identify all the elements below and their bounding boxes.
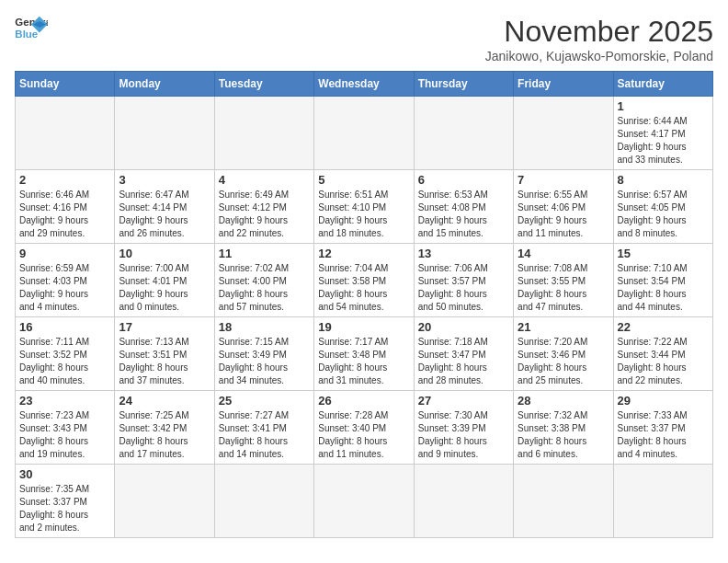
- calendar-cell: 12Sunrise: 7:04 AM Sunset: 3:58 PM Dayli…: [314, 244, 414, 317]
- calendar-cell: [214, 97, 313, 170]
- week-row-5: 23Sunrise: 7:23 AM Sunset: 3:43 PM Dayli…: [16, 391, 713, 465]
- weekday-header-tuesday: Tuesday: [214, 72, 313, 97]
- calendar-cell: 6Sunrise: 6:53 AM Sunset: 4:08 PM Daylig…: [414, 170, 513, 244]
- day-info: Sunrise: 6:57 AM Sunset: 4:05 PM Dayligh…: [618, 189, 709, 240]
- calendar-cell: [214, 465, 313, 538]
- day-info: Sunrise: 7:04 AM Sunset: 3:58 PM Dayligh…: [318, 262, 409, 314]
- weekday-header-wednesday: Wednesday: [314, 72, 414, 97]
- calendar-cell: [314, 97, 414, 170]
- day-number: 1: [618, 99, 709, 113]
- day-number: 2: [19, 173, 110, 187]
- week-row-6: 30Sunrise: 7:35 AM Sunset: 3:37 PM Dayli…: [16, 465, 713, 538]
- calendar: SundayMondayTuesdayWednesdayThursdayFrid…: [15, 71, 713, 538]
- day-number: 23: [19, 394, 110, 408]
- weekday-header-friday: Friday: [514, 72, 613, 97]
- calendar-cell: 7Sunrise: 6:55 AM Sunset: 4:06 PM Daylig…: [514, 170, 613, 244]
- day-info: Sunrise: 7:22 AM Sunset: 3:44 PM Dayligh…: [618, 336, 709, 387]
- day-number: 15: [618, 247, 709, 260]
- day-number: 21: [518, 320, 609, 334]
- day-info: Sunrise: 7:28 AM Sunset: 3:40 PM Dayligh…: [318, 409, 409, 461]
- day-info: Sunrise: 7:02 AM Sunset: 4:00 PM Dayligh…: [219, 262, 310, 314]
- day-number: 13: [418, 247, 509, 260]
- day-number: 9: [19, 247, 110, 260]
- day-info: Sunrise: 7:17 AM Sunset: 3:48 PM Dayligh…: [318, 336, 409, 387]
- calendar-cell: 22Sunrise: 7:22 AM Sunset: 3:44 PM Dayli…: [613, 317, 712, 391]
- day-number: 8: [618, 173, 709, 187]
- day-number: 5: [318, 173, 409, 187]
- calendar-cell: 11Sunrise: 7:02 AM Sunset: 4:00 PM Dayli…: [214, 244, 313, 317]
- day-info: Sunrise: 7:15 AM Sunset: 3:49 PM Dayligh…: [219, 336, 310, 387]
- day-info: Sunrise: 7:33 AM Sunset: 3:37 PM Dayligh…: [618, 409, 709, 461]
- day-info: Sunrise: 7:10 AM Sunset: 3:54 PM Dayligh…: [618, 262, 709, 314]
- day-number: 11: [219, 247, 310, 260]
- weekday-header-monday: Monday: [115, 72, 214, 97]
- calendar-cell: 26Sunrise: 7:28 AM Sunset: 3:40 PM Dayli…: [314, 391, 414, 465]
- calendar-cell: 24Sunrise: 7:25 AM Sunset: 3:42 PM Dayli…: [115, 391, 214, 465]
- calendar-cell: 27Sunrise: 7:30 AM Sunset: 3:39 PM Dayli…: [414, 391, 513, 465]
- calendar-cell: 10Sunrise: 7:00 AM Sunset: 4:01 PM Dayli…: [115, 244, 214, 317]
- title-area: November 2025 Janikowo, Kujawsko-Pomorsk…: [485, 15, 713, 63]
- day-number: 10: [119, 247, 210, 260]
- calendar-cell: 14Sunrise: 7:08 AM Sunset: 3:55 PM Dayli…: [514, 244, 613, 317]
- week-row-3: 9Sunrise: 6:59 AM Sunset: 4:03 PM Daylig…: [16, 244, 713, 317]
- day-number: 6: [418, 173, 509, 187]
- day-number: 20: [418, 320, 509, 334]
- month-title: November 2025: [485, 15, 713, 49]
- calendar-cell: 9Sunrise: 6:59 AM Sunset: 4:03 PM Daylig…: [16, 244, 115, 317]
- day-info: Sunrise: 7:00 AM Sunset: 4:01 PM Dayligh…: [119, 262, 210, 314]
- calendar-cell: 18Sunrise: 7:15 AM Sunset: 3:49 PM Dayli…: [214, 317, 313, 391]
- weekday-header-thursday: Thursday: [414, 72, 513, 97]
- day-number: 24: [119, 394, 210, 408]
- day-number: 16: [19, 320, 110, 334]
- calendar-cell: 30Sunrise: 7:35 AM Sunset: 3:37 PM Dayli…: [16, 465, 115, 538]
- day-number: 25: [219, 394, 310, 408]
- calendar-cell: 16Sunrise: 7:11 AM Sunset: 3:52 PM Dayli…: [16, 317, 115, 391]
- calendar-cell: 2Sunrise: 6:46 AM Sunset: 4:16 PM Daylig…: [16, 170, 115, 244]
- calendar-cell: 20Sunrise: 7:18 AM Sunset: 3:47 PM Dayli…: [414, 317, 513, 391]
- day-info: Sunrise: 7:11 AM Sunset: 3:52 PM Dayligh…: [19, 336, 110, 387]
- calendar-cell: [613, 465, 712, 538]
- day-info: Sunrise: 6:59 AM Sunset: 4:03 PM Dayligh…: [19, 262, 110, 314]
- day-number: 4: [219, 173, 310, 187]
- calendar-cell: [115, 97, 214, 170]
- calendar-cell: [514, 465, 613, 538]
- day-number: 30: [19, 467, 110, 481]
- day-info: Sunrise: 7:08 AM Sunset: 3:55 PM Dayligh…: [518, 262, 609, 314]
- calendar-cell: 21Sunrise: 7:20 AM Sunset: 3:46 PM Dayli…: [514, 317, 613, 391]
- calendar-cell: [115, 465, 214, 538]
- day-number: 27: [418, 394, 509, 408]
- calendar-cell: 3Sunrise: 6:47 AM Sunset: 4:14 PM Daylig…: [115, 170, 214, 244]
- calendar-cell: 1Sunrise: 6:44 AM Sunset: 4:17 PM Daylig…: [613, 97, 712, 170]
- calendar-cell: [314, 465, 414, 538]
- location-title: Janikowo, Kujawsko-Pomorskie, Poland: [485, 49, 713, 63]
- week-row-4: 16Sunrise: 7:11 AM Sunset: 3:52 PM Dayli…: [16, 317, 713, 391]
- weekday-header-sunday: Sunday: [16, 72, 115, 97]
- day-number: 28: [518, 394, 609, 408]
- calendar-cell: [16, 97, 115, 170]
- logo: General Blue: [15, 15, 48, 42]
- weekday-header-saturday: Saturday: [613, 72, 712, 97]
- day-info: Sunrise: 7:13 AM Sunset: 3:51 PM Dayligh…: [119, 336, 210, 387]
- day-number: 14: [518, 247, 609, 260]
- calendar-cell: 19Sunrise: 7:17 AM Sunset: 3:48 PM Dayli…: [314, 317, 414, 391]
- day-info: Sunrise: 6:46 AM Sunset: 4:16 PM Dayligh…: [19, 189, 110, 240]
- day-info: Sunrise: 7:35 AM Sunset: 3:37 PM Dayligh…: [19, 483, 110, 534]
- calendar-cell: [414, 97, 513, 170]
- day-info: Sunrise: 7:18 AM Sunset: 3:47 PM Dayligh…: [418, 336, 509, 387]
- logo-icon: General Blue: [15, 15, 48, 42]
- calendar-cell: 25Sunrise: 7:27 AM Sunset: 3:41 PM Dayli…: [214, 391, 313, 465]
- day-number: 7: [518, 173, 609, 187]
- day-number: 12: [318, 247, 409, 260]
- day-number: 26: [318, 394, 409, 408]
- calendar-cell: [514, 97, 613, 170]
- day-info: Sunrise: 7:23 AM Sunset: 3:43 PM Dayligh…: [19, 409, 110, 461]
- day-info: Sunrise: 7:25 AM Sunset: 3:42 PM Dayligh…: [119, 409, 210, 461]
- calendar-cell: 15Sunrise: 7:10 AM Sunset: 3:54 PM Dayli…: [613, 244, 712, 317]
- day-info: Sunrise: 6:55 AM Sunset: 4:06 PM Dayligh…: [518, 189, 609, 240]
- day-info: Sunrise: 7:20 AM Sunset: 3:46 PM Dayligh…: [518, 336, 609, 387]
- day-number: 22: [618, 320, 709, 334]
- calendar-cell: 8Sunrise: 6:57 AM Sunset: 4:05 PM Daylig…: [613, 170, 712, 244]
- calendar-cell: 29Sunrise: 7:33 AM Sunset: 3:37 PM Dayli…: [613, 391, 712, 465]
- day-info: Sunrise: 6:49 AM Sunset: 4:12 PM Dayligh…: [219, 189, 310, 240]
- day-info: Sunrise: 6:44 AM Sunset: 4:17 PM Dayligh…: [618, 115, 709, 167]
